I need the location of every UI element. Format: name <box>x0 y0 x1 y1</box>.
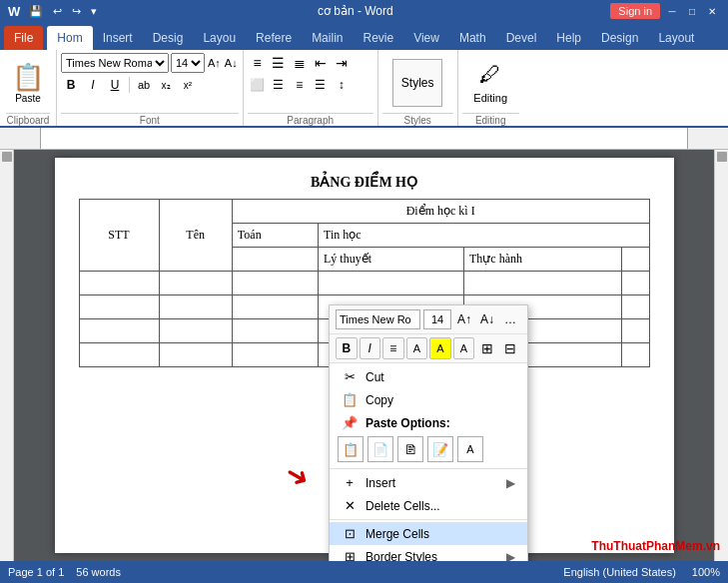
cm-table2-icon[interactable]: ⊟ <box>500 337 521 359</box>
title-bar-right: Sign in ─ □ ✕ <box>610 3 720 19</box>
decrease-indent-btn[interactable]: ⇤ <box>311 53 331 73</box>
tab-design[interactable]: Desig <box>143 26 194 50</box>
word-icon: W <box>8 4 20 19</box>
save-quick-btn[interactable]: 💾 <box>26 4 46 19</box>
vertical-scrollbar-right[interactable] <box>714 150 728 561</box>
tab-view[interactable]: View <box>403 26 449 50</box>
paste-button[interactable]: 📋 Paste <box>6 62 50 104</box>
table-row-data4-c4 <box>622 343 649 367</box>
tab-design2[interactable]: Design <box>591 26 648 50</box>
cm-merge-cells-item[interactable]: ⊡ Merge Cells <box>330 522 527 545</box>
table-row-data3-ten <box>159 319 232 343</box>
cm-more-btn[interactable]: … <box>500 309 520 329</box>
strikethrough-btn[interactable]: ab <box>134 75 154 95</box>
italic-btn[interactable]: I <box>83 75 103 95</box>
merge-icon: ⊡ <box>342 526 358 541</box>
increase-indent-btn[interactable]: ⇥ <box>332 53 352 73</box>
tab-insert[interactable]: Insert <box>93 26 143 50</box>
cm-paste-icon2[interactable]: 📄 <box>367 436 393 462</box>
cm-cut-item[interactable]: ✂ Cut <box>330 365 527 388</box>
bullets-btn[interactable]: ≡ <box>248 53 268 73</box>
cm-insert-item[interactable]: + Insert ▶ <box>330 471 527 494</box>
cm-paste-icon1[interactable]: 📋 <box>338 436 364 462</box>
tab-layout[interactable]: Layou <box>193 26 246 50</box>
cm-table-icon[interactable]: ⊞ <box>476 337 497 359</box>
clipboard-group: 📋 Paste Clipboard <box>0 50 57 126</box>
font-size-select[interactable]: 14 <box>171 53 205 73</box>
title-bar-left: W 💾 ↩ ↪ ▾ <box>8 4 100 19</box>
cm-paste-options-header: 📌 Paste Options: <box>330 411 527 434</box>
cm-bold-btn[interactable]: B <box>336 337 358 359</box>
align-right-btn[interactable]: ≡ <box>290 75 310 95</box>
table-row-data2-ten <box>159 295 232 319</box>
document-area: BẢNG ĐIỂM HỌ STT Tên Điểm học kì I Toán … <box>14 150 714 561</box>
justify-btn[interactable]: ☰ <box>311 75 331 95</box>
close-btn[interactable]: ✕ <box>704 3 720 19</box>
table-row-data3-stt <box>79 319 159 343</box>
cm-highlight-btn[interactable]: A <box>429 337 451 359</box>
align-left-btn[interactable]: ⬜ <box>248 75 268 95</box>
context-format-row: B I ≡ A A A ⊞ ⊟ <box>330 334 527 363</box>
subscript-btn[interactable]: x₂ <box>156 75 176 95</box>
tab-references[interactable]: Refere <box>246 26 302 50</box>
cm-delete-cells-item[interactable]: ✕ Delete Cells... <box>330 494 527 517</box>
multilevel-btn[interactable]: ≣ <box>290 53 310 73</box>
paragraph-label: Paragraph <box>248 113 373 126</box>
table-cell-ly-thuyet: Lý thuyết <box>319 248 464 272</box>
styles-gallery[interactable]: Styles <box>392 59 442 107</box>
cm-italic-btn[interactable]: I <box>360 337 381 359</box>
table-row <box>79 272 649 295</box>
tab-review[interactable]: Revie <box>353 26 403 50</box>
copy-icon: 📋 <box>342 392 358 407</box>
cm-align-btn[interactable]: ≡ <box>382 337 404 359</box>
editing-label-bottom: Editing <box>462 113 519 126</box>
insert-icon: + <box>342 475 358 490</box>
tab-home[interactable]: Hom <box>47 26 92 50</box>
grow-font-btn[interactable]: A↑ <box>207 56 222 70</box>
cm-grow-btn[interactable]: A↑ <box>454 309 474 329</box>
tab-math[interactable]: Math <box>449 26 496 50</box>
sign-in-button[interactable]: Sign in <box>610 3 660 19</box>
cm-border-styles-item[interactable]: ⊞ Border Styles ▶ <box>330 545 527 561</box>
paragraph-group: ≡ ☰ ≣ ⇤ ⇥ ⬜ ☰ ≡ ☰ ↕ Paragraph <box>244 50 378 126</box>
tab-help[interactable]: Help <box>546 26 591 50</box>
align-center-btn[interactable]: ☰ <box>269 75 289 95</box>
cm-paste-icon3[interactable]: 🖹 <box>397 436 423 462</box>
numbering-btn[interactable]: ☰ <box>269 53 289 73</box>
insert-arrow-icon: ▶ <box>506 476 515 490</box>
cm-fontcolor-btn[interactable]: A <box>406 337 428 359</box>
shrink-font-btn[interactable]: A↓ <box>224 56 239 70</box>
scissors-icon: ✂ <box>342 369 358 384</box>
vertical-scrollbar-left[interactable] <box>0 150 14 561</box>
title-bar: W 💾 ↩ ↪ ▾ cơ bản - Word Sign in ─ □ ✕ <box>0 0 728 22</box>
bold-btn[interactable]: B <box>61 75 81 95</box>
editing-icon: 🖊 <box>479 62 501 88</box>
line-spacing-btn[interactable]: ↕ <box>332 75 352 95</box>
underline-btn[interactable]: U <box>105 75 125 95</box>
cm-paste-icon5[interactable]: A <box>457 436 483 462</box>
tab-file[interactable]: File <box>4 26 43 50</box>
scroll-thumb[interactable] <box>717 152 727 162</box>
minimize-btn[interactable]: ─ <box>664 3 680 19</box>
font-name-select[interactable]: Times New Roman <box>61 53 169 73</box>
scroll-up-btn[interactable] <box>2 152 12 162</box>
redo-quick-btn[interactable]: ↪ <box>69 4 84 19</box>
table-cell-ten: Tên <box>159 200 232 272</box>
maximize-btn[interactable]: □ <box>684 3 700 19</box>
superscript-btn[interactable]: x² <box>178 75 198 95</box>
cm-copy-item[interactable]: 📋 Copy <box>330 388 527 411</box>
table-cell-diem: Điểm học kì I <box>232 200 649 224</box>
tab-layout2[interactable]: Layout <box>648 26 704 50</box>
table-row-data1-c2 <box>319 272 464 295</box>
customize-quick-btn[interactable]: ▾ <box>88 4 100 19</box>
cm-font-input[interactable]: Times New Ro <box>336 309 420 329</box>
cm-shading-btn[interactable]: A <box>453 337 475 359</box>
tab-developer[interactable]: Devel <box>496 26 547 50</box>
undo-quick-btn[interactable]: ↩ <box>50 4 65 19</box>
cm-paste-icon4[interactable]: 📝 <box>427 436 453 462</box>
table-row-data1-c4 <box>622 272 649 295</box>
cm-shrink-btn[interactable]: A↓ <box>477 309 497 329</box>
cm-size-input[interactable]: 14 <box>423 309 451 329</box>
tab-mailings[interactable]: Mailin <box>302 26 353 50</box>
divider <box>129 77 130 93</box>
